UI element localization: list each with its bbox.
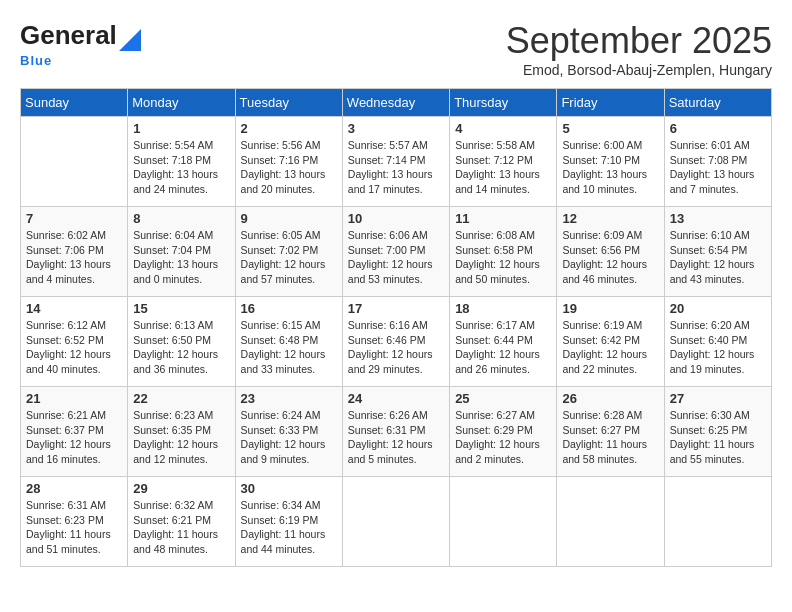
calendar-cell: [21, 117, 128, 207]
day-number: 1: [133, 121, 229, 136]
calendar-cell: 25Sunrise: 6:27 AM Sunset: 6:29 PM Dayli…: [450, 387, 557, 477]
day-info: Sunrise: 6:31 AM Sunset: 6:23 PM Dayligh…: [26, 498, 122, 557]
calendar-cell: 23Sunrise: 6:24 AM Sunset: 6:33 PM Dayli…: [235, 387, 342, 477]
day-info: Sunrise: 6:27 AM Sunset: 6:29 PM Dayligh…: [455, 408, 551, 467]
day-info: Sunrise: 5:56 AM Sunset: 7:16 PM Dayligh…: [241, 138, 337, 197]
calendar-cell: 10Sunrise: 6:06 AM Sunset: 7:00 PM Dayli…: [342, 207, 449, 297]
day-number: 23: [241, 391, 337, 406]
day-number: 24: [348, 391, 444, 406]
day-info: Sunrise: 5:58 AM Sunset: 7:12 PM Dayligh…: [455, 138, 551, 197]
calendar-cell: 26Sunrise: 6:28 AM Sunset: 6:27 PM Dayli…: [557, 387, 664, 477]
calendar-cell: 29Sunrise: 6:32 AM Sunset: 6:21 PM Dayli…: [128, 477, 235, 567]
day-number: 7: [26, 211, 122, 226]
logo: General Blue: [20, 20, 141, 69]
calendar-cell: 1Sunrise: 5:54 AM Sunset: 7:18 PM Daylig…: [128, 117, 235, 207]
day-info: Sunrise: 6:26 AM Sunset: 6:31 PM Dayligh…: [348, 408, 444, 467]
day-number: 30: [241, 481, 337, 496]
day-info: Sunrise: 6:23 AM Sunset: 6:35 PM Dayligh…: [133, 408, 229, 467]
logo-blue-text: Blue: [20, 53, 52, 68]
location-subtitle: Emod, Borsod-Abauj-Zemplen, Hungary: [506, 62, 772, 78]
day-info: Sunrise: 6:17 AM Sunset: 6:44 PM Dayligh…: [455, 318, 551, 377]
day-info: Sunrise: 6:30 AM Sunset: 6:25 PM Dayligh…: [670, 408, 766, 467]
weekday-header-monday: Monday: [128, 89, 235, 117]
weekday-header-sunday: Sunday: [21, 89, 128, 117]
day-number: 16: [241, 301, 337, 316]
day-info: Sunrise: 6:20 AM Sunset: 6:40 PM Dayligh…: [670, 318, 766, 377]
month-title: September 2025: [506, 20, 772, 62]
week-row-1: 1Sunrise: 5:54 AM Sunset: 7:18 PM Daylig…: [21, 117, 772, 207]
day-info: Sunrise: 6:00 AM Sunset: 7:10 PM Dayligh…: [562, 138, 658, 197]
calendar-cell: 21Sunrise: 6:21 AM Sunset: 6:37 PM Dayli…: [21, 387, 128, 477]
calendar-cell: [450, 477, 557, 567]
day-info: Sunrise: 6:01 AM Sunset: 7:08 PM Dayligh…: [670, 138, 766, 197]
day-info: Sunrise: 6:15 AM Sunset: 6:48 PM Dayligh…: [241, 318, 337, 377]
day-info: Sunrise: 6:08 AM Sunset: 6:58 PM Dayligh…: [455, 228, 551, 287]
calendar-cell: 5Sunrise: 6:00 AM Sunset: 7:10 PM Daylig…: [557, 117, 664, 207]
calendar-cell: 27Sunrise: 6:30 AM Sunset: 6:25 PM Dayli…: [664, 387, 771, 477]
week-row-4: 21Sunrise: 6:21 AM Sunset: 6:37 PM Dayli…: [21, 387, 772, 477]
calendar-cell: 8Sunrise: 6:04 AM Sunset: 7:04 PM Daylig…: [128, 207, 235, 297]
day-info: Sunrise: 5:57 AM Sunset: 7:14 PM Dayligh…: [348, 138, 444, 197]
calendar-cell: 22Sunrise: 6:23 AM Sunset: 6:35 PM Dayli…: [128, 387, 235, 477]
day-number: 29: [133, 481, 229, 496]
day-number: 9: [241, 211, 337, 226]
day-number: 19: [562, 301, 658, 316]
day-info: Sunrise: 6:02 AM Sunset: 7:06 PM Dayligh…: [26, 228, 122, 287]
weekday-header-saturday: Saturday: [664, 89, 771, 117]
day-info: Sunrise: 6:04 AM Sunset: 7:04 PM Dayligh…: [133, 228, 229, 287]
calendar-cell: 15Sunrise: 6:13 AM Sunset: 6:50 PM Dayli…: [128, 297, 235, 387]
weekday-header-wednesday: Wednesday: [342, 89, 449, 117]
week-row-5: 28Sunrise: 6:31 AM Sunset: 6:23 PM Dayli…: [21, 477, 772, 567]
day-number: 25: [455, 391, 551, 406]
day-number: 13: [670, 211, 766, 226]
day-number: 12: [562, 211, 658, 226]
calendar-cell: 17Sunrise: 6:16 AM Sunset: 6:46 PM Dayli…: [342, 297, 449, 387]
day-info: Sunrise: 6:19 AM Sunset: 6:42 PM Dayligh…: [562, 318, 658, 377]
calendar-cell: 20Sunrise: 6:20 AM Sunset: 6:40 PM Dayli…: [664, 297, 771, 387]
day-number: 26: [562, 391, 658, 406]
calendar-cell: 14Sunrise: 6:12 AM Sunset: 6:52 PM Dayli…: [21, 297, 128, 387]
weekday-header-friday: Friday: [557, 89, 664, 117]
calendar-cell: 9Sunrise: 6:05 AM Sunset: 7:02 PM Daylig…: [235, 207, 342, 297]
day-number: 28: [26, 481, 122, 496]
calendar-cell: 4Sunrise: 5:58 AM Sunset: 7:12 PM Daylig…: [450, 117, 557, 207]
day-number: 17: [348, 301, 444, 316]
day-number: 11: [455, 211, 551, 226]
day-info: Sunrise: 6:06 AM Sunset: 7:00 PM Dayligh…: [348, 228, 444, 287]
day-number: 14: [26, 301, 122, 316]
day-info: Sunrise: 6:10 AM Sunset: 6:54 PM Dayligh…: [670, 228, 766, 287]
calendar-cell: [664, 477, 771, 567]
calendar-cell: 6Sunrise: 6:01 AM Sunset: 7:08 PM Daylig…: [664, 117, 771, 207]
day-number: 4: [455, 121, 551, 136]
day-info: Sunrise: 6:09 AM Sunset: 6:56 PM Dayligh…: [562, 228, 658, 287]
calendar-cell: 24Sunrise: 6:26 AM Sunset: 6:31 PM Dayli…: [342, 387, 449, 477]
day-info: Sunrise: 6:16 AM Sunset: 6:46 PM Dayligh…: [348, 318, 444, 377]
day-number: 10: [348, 211, 444, 226]
day-number: 21: [26, 391, 122, 406]
day-info: Sunrise: 5:54 AM Sunset: 7:18 PM Dayligh…: [133, 138, 229, 197]
day-number: 5: [562, 121, 658, 136]
day-info: Sunrise: 6:24 AM Sunset: 6:33 PM Dayligh…: [241, 408, 337, 467]
day-number: 18: [455, 301, 551, 316]
day-number: 2: [241, 121, 337, 136]
calendar-cell: 2Sunrise: 5:56 AM Sunset: 7:16 PM Daylig…: [235, 117, 342, 207]
week-row-2: 7Sunrise: 6:02 AM Sunset: 7:06 PM Daylig…: [21, 207, 772, 297]
calendar-cell: 30Sunrise: 6:34 AM Sunset: 6:19 PM Dayli…: [235, 477, 342, 567]
calendar-cell: 16Sunrise: 6:15 AM Sunset: 6:48 PM Dayli…: [235, 297, 342, 387]
calendar-cell: 3Sunrise: 5:57 AM Sunset: 7:14 PM Daylig…: [342, 117, 449, 207]
week-row-3: 14Sunrise: 6:12 AM Sunset: 6:52 PM Dayli…: [21, 297, 772, 387]
calendar-cell: 11Sunrise: 6:08 AM Sunset: 6:58 PM Dayli…: [450, 207, 557, 297]
day-number: 8: [133, 211, 229, 226]
svg-marker-0: [119, 29, 141, 51]
weekday-header-row: SundayMondayTuesdayWednesdayThursdayFrid…: [21, 89, 772, 117]
day-number: 20: [670, 301, 766, 316]
day-number: 15: [133, 301, 229, 316]
weekday-header-thursday: Thursday: [450, 89, 557, 117]
day-info: Sunrise: 6:13 AM Sunset: 6:50 PM Dayligh…: [133, 318, 229, 377]
calendar-cell: 13Sunrise: 6:10 AM Sunset: 6:54 PM Dayli…: [664, 207, 771, 297]
day-info: Sunrise: 6:34 AM Sunset: 6:19 PM Dayligh…: [241, 498, 337, 557]
calendar-cell: 28Sunrise: 6:31 AM Sunset: 6:23 PM Dayli…: [21, 477, 128, 567]
calendar-cell: 12Sunrise: 6:09 AM Sunset: 6:56 PM Dayli…: [557, 207, 664, 297]
page-header: General Blue September 2025 Emod, Borsod…: [20, 20, 772, 78]
day-number: 6: [670, 121, 766, 136]
